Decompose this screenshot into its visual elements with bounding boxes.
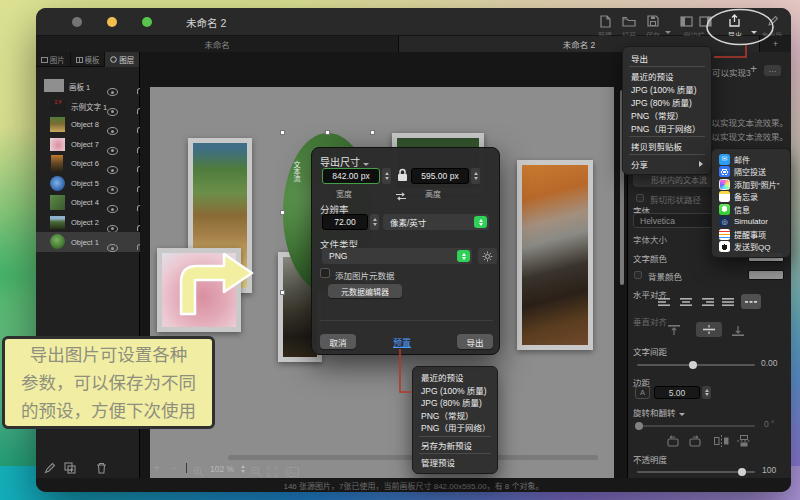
height-stepper[interactable] <box>471 168 480 184</box>
chevron-down-icon[interactable] <box>363 163 369 166</box>
flip-vertical-icon[interactable] <box>737 435 751 447</box>
share-item-reminders[interactable]: 提醒事项 <box>712 228 790 241</box>
align-left-icon[interactable] <box>658 297 672 307</box>
filetype-settings-button[interactable] <box>478 248 497 264</box>
rotation-knob[interactable] <box>635 422 643 430</box>
filetype-select[interactable]: PNG <box>322 248 472 264</box>
valign-top-icon[interactable] <box>668 325 680 336</box>
preset-item-jpg-100[interactable]: JPG (100% 质量) <box>413 384 497 397</box>
minimize-button[interactable] <box>107 17 117 27</box>
menu-item-jpg-100[interactable]: JPG (100% 质量) <box>623 82 711 95</box>
menu-item-export[interactable]: 导出 <box>623 51 711 64</box>
resolution-unit-select[interactable]: 像素/英寸 <box>383 214 489 230</box>
layer-row-object4[interactable]: Object 4 <box>36 193 140 213</box>
menu-item-jpg-80[interactable]: JPG (80% 质量) <box>623 95 711 108</box>
opacity-knob[interactable] <box>738 468 746 476</box>
share-item-photos[interactable]: 添加到“照片” <box>712 178 790 191</box>
layer-row-object8[interactable]: Object 8 <box>36 115 140 135</box>
close-button[interactable] <box>72 17 82 27</box>
selection-handle[interactable] <box>325 130 330 135</box>
resolution-stepper[interactable] <box>370 214 379 230</box>
metadata-editor-button[interactable]: 元数据编辑器 <box>328 284 402 298</box>
cancel-button[interactable]: 取消 <box>320 334 356 349</box>
align-justify-icon[interactable] <box>721 297 735 307</box>
zoom-button[interactable] <box>142 17 152 27</box>
sidebar-left-icon[interactable] <box>678 14 694 28</box>
lock-aspect-icon[interactable] <box>396 168 409 187</box>
preset-item-jpg-80[interactable]: JPG (80% 质量) <box>413 396 497 409</box>
selection-handle[interactable] <box>280 130 285 135</box>
share-item-notes[interactable]: 备忘录 <box>712 191 790 204</box>
zoom-stepper[interactable] <box>239 464 247 474</box>
align-none-icon[interactable] <box>741 294 761 309</box>
margin-stepper[interactable] <box>702 386 711 399</box>
letter-spacing-knob[interactable] <box>689 361 697 369</box>
zoom-out-button[interactable]: − <box>170 461 177 475</box>
layer-row-object6[interactable]: Object 6 <box>36 154 140 174</box>
valign-bottom-icon[interactable] <box>732 325 744 336</box>
export-share-icon[interactable] <box>726 14 742 28</box>
selection-handle[interactable] <box>370 130 375 135</box>
flip-horizontal-icon[interactable] <box>714 435 729 447</box>
width-input[interactable]: 842.00 px <box>322 168 380 184</box>
layer-row-object2[interactable]: Object 2 <box>36 213 140 233</box>
layer-row-object7[interactable]: Object 7 <box>36 135 140 155</box>
width-stepper[interactable] <box>382 168 391 184</box>
pro-pencil-icon[interactable] <box>765 14 781 28</box>
preset-item-recent[interactable]: 最近的预设 <box>413 371 497 384</box>
rotate-left-icon[interactable] <box>666 435 680 447</box>
sidebar-tab-templates[interactable]: 模板 <box>71 52 106 67</box>
tab-untitled[interactable]: 未命名 <box>36 36 399 52</box>
sidebar-tab-images[interactable]: 图片 <box>36 52 71 67</box>
valign-middle-icon[interactable] <box>696 322 722 337</box>
rotate-right-icon[interactable] <box>688 435 702 447</box>
sidebar-right-icon[interactable] <box>697 14 713 28</box>
save-icon[interactable] <box>645 14 661 28</box>
new-document-icon[interactable] <box>597 14 613 28</box>
selection-handle[interactable] <box>280 210 285 215</box>
menu-item-copy-clipboard[interactable]: 拷贝到剪贴板 <box>623 139 711 152</box>
zoom-in-button[interactable]: + <box>153 461 160 475</box>
selection-handle[interactable] <box>280 290 285 295</box>
layer-row-object1-selected[interactable]: Object 1 <box>36 232 140 252</box>
add-button[interactable]: + <box>750 62 757 76</box>
menu-item-recent-presets[interactable]: 最近的预设 <box>623 69 711 82</box>
resolution-input[interactable]: 72.00 <box>322 214 368 230</box>
presets-link[interactable]: 预置 <box>393 336 411 349</box>
metadata-checkbox[interactable] <box>320 268 330 278</box>
share-item-qq[interactable]: 发送到QQ <box>712 241 790 254</box>
preset-item-png-web[interactable]: PNG（用于网络） <box>413 421 497 434</box>
layer-row-object5[interactable]: Object 5 <box>36 174 140 194</box>
share-item-messages[interactable]: 信息 <box>712 203 790 216</box>
align-right-icon[interactable] <box>700 297 714 307</box>
align-center-icon[interactable] <box>679 297 693 307</box>
height-input[interactable]: 595.00 px <box>411 168 469 184</box>
bg-color-swatch[interactable] <box>748 270 784 280</box>
trash-icon[interactable] <box>96 460 107 478</box>
bg-color-checkbox[interactable] <box>634 271 642 279</box>
menu-item-share[interactable]: 分享 <box>623 157 711 170</box>
edit-pencil-icon[interactable] <box>44 460 56 478</box>
layer-row-artboard[interactable]: 画板 1 <box>36 76 140 96</box>
menu-item-png-normal[interactable]: PNG（常规） <box>623 108 711 121</box>
duplicate-icon[interactable] <box>64 460 77 478</box>
layer-row-sample-text[interactable]: 文字 示例文字 1 <box>36 96 140 116</box>
share-item-mail[interactable]: ✉邮件 <box>712 153 790 166</box>
more-button[interactable]: … <box>764 65 781 76</box>
margin-input[interactable]: 5.00 <box>654 386 700 399</box>
export-button[interactable]: 导出 <box>457 334 493 349</box>
add-tab-button[interactable]: + <box>760 36 791 52</box>
rotation-slider[interactable] <box>637 425 755 427</box>
visibility-icon[interactable] <box>107 244 118 252</box>
sidebar-tab-layers[interactable]: 图层 <box>105 52 139 67</box>
swap-dimensions-icon[interactable] <box>394 187 408 205</box>
preset-item-save-new[interactable]: 另存为新预设 <box>413 439 497 452</box>
share-item-airdrop[interactable]: 隔空投送 <box>712 166 790 179</box>
preset-item-manage[interactable]: 管理预设 <box>413 456 497 469</box>
share-item-simulator[interactable]: ◎Simulator <box>712 216 790 229</box>
clip-shape-checkbox[interactable] <box>636 194 644 202</box>
menu-item-png-web[interactable]: PNG（用于网络） <box>623 121 711 134</box>
open-folder-icon[interactable] <box>621 14 637 28</box>
preset-item-png-normal[interactable]: PNG（常规） <box>413 409 497 422</box>
picture-autumn-leaves[interactable] <box>517 160 593 350</box>
